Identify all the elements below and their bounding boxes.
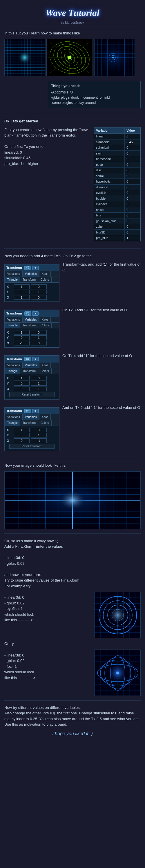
panel5-reset-btn[interactable]: Reset transform [9, 444, 55, 449]
panel3-tab-variables[interactable]: Variables [23, 317, 40, 322]
panel4-arrow-btn[interactable]: ▼ [32, 357, 39, 361]
variation-row: zblur0 [94, 224, 140, 230]
panel-row-1: Transform #2 ▼ Variations Variables Xaos… [4, 261, 141, 304]
divider-3 [4, 458, 141, 458]
panel3-o-left[interactable] [14, 341, 30, 345]
panel3-body: X Y O [5, 329, 59, 347]
panel4-desc: On Tx 4 add "1" for the second value of … [62, 353, 141, 359]
panel3-tab-colors[interactable]: Colors [38, 322, 52, 328]
panel5-header: Transform #5 ▼ [5, 408, 59, 414]
panel4-tab-xaos[interactable]: Xaos [40, 363, 51, 368]
panel5-x-right[interactable] [31, 428, 47, 432]
panel5-body: X Y O Reset transform [5, 426, 59, 451]
panel5-arrow-btn[interactable]: ▼ [32, 409, 39, 413]
requirements-title: Things you need: [51, 83, 138, 89]
panel4-tab-triangle[interactable]: Triangle [5, 368, 20, 374]
panel3-x-left[interactable] [14, 330, 30, 335]
requirements-box: Things you need: -Apophysis 7X -gblur pl… [48, 81, 141, 108]
panel4-o-left[interactable] [14, 386, 30, 391]
panel5-tab-colors[interactable]: Colors [38, 420, 52, 426]
panel5-y-row: Y [7, 433, 57, 438]
panel2-y-left[interactable] [14, 290, 30, 294]
panel2-tab-xaos[interactable]: Xaos [40, 271, 51, 277]
panel3-arrow-btn[interactable]: ▼ [32, 311, 39, 316]
panel4-tab-variations[interactable]: Variations [5, 363, 23, 368]
panel4-x-right[interactable] [31, 376, 47, 380]
wavy-intro: Ok, so let's make it wavy now :-) Add a … [4, 538, 141, 589]
panel2-tab-variations[interactable]: Variations [5, 271, 23, 277]
panel3-id-btn[interactable]: #3 [24, 311, 31, 316]
divider-5 [4, 700, 141, 701]
variation-row: linear0 [94, 134, 140, 140]
variation-row: polar0 [94, 162, 140, 167]
panel2-o-row: O [7, 295, 57, 300]
panel3-o-right[interactable] [31, 341, 47, 345]
panel2-o-left[interactable] [14, 295, 30, 300]
panel3-tab-variations[interactable]: Variations [5, 317, 23, 322]
try1-row: - linear3d: 0 - gblur: 0.02 - eyefish: 1… [4, 592, 141, 638]
panel2-o-right[interactable] [31, 295, 47, 300]
panel2-tab-colors[interactable]: Colors [38, 277, 52, 282]
panel4-x-left[interactable] [14, 376, 30, 380]
try1-image [94, 592, 141, 638]
panel5-tab-variations[interactable]: Variations [5, 414, 23, 420]
preview-image-spiral [46, 39, 93, 76]
panel2-subtabs: Triangle Transform Colors [5, 277, 59, 283]
panel2-body: X Y O [5, 283, 59, 302]
panel4-reset-btn[interactable]: Reset transform [9, 392, 55, 397]
divider-1 [4, 114, 141, 114]
panel3-tab-transform[interactable]: Transform [20, 322, 38, 328]
panel3-header: Transform #3 ▼ [5, 310, 59, 317]
variation-table: Variation Value linear0sinusoidal0.45sph… [94, 127, 140, 241]
panel4-o-right[interactable] [31, 386, 47, 391]
panel5-y-right[interactable] [31, 433, 47, 437]
panel2-x-right[interactable] [31, 284, 47, 289]
svg-point-129 [116, 672, 119, 675]
panel5-id-btn[interactable]: #5 [24, 409, 31, 413]
variation-row: spiral0 [94, 173, 140, 179]
spacer-left [4, 79, 45, 110]
panel5-y-left[interactable] [14, 433, 30, 437]
panel5-tab-xaos[interactable]: Xaos [40, 414, 51, 420]
panel5-tabs: Variations Variables Xaos [5, 414, 59, 420]
panel2-tab-variables[interactable]: Variables [23, 271, 40, 277]
variation-table-wrap: Variation Value linear0sinusoidal0.45sph… [94, 127, 141, 241]
panel4-tab-colors[interactable]: Colors [38, 368, 52, 374]
panel2-x-left[interactable] [14, 284, 30, 289]
panel5-o-row: O [7, 438, 57, 443]
panel5-x-left[interactable] [14, 428, 30, 432]
svg-point-61 [112, 57, 114, 58]
panel4-header: Transform #4 ▼ [5, 356, 59, 363]
panel4-tab-variables[interactable]: Variables [23, 363, 40, 368]
variation-row: noise0 [94, 207, 140, 213]
panel3-y-left[interactable] [14, 335, 30, 340]
panel3-tab-triangle[interactable]: Triangle [5, 322, 20, 328]
panel2-tab-transform[interactable]: Transform [20, 277, 38, 282]
panel3-x-right[interactable] [31, 330, 47, 335]
panel4-body: X Y O Reset transform [5, 374, 59, 399]
panel4-y-right[interactable] [31, 381, 47, 386]
panel4-tab-transform[interactable]: Transform [20, 368, 38, 374]
panel5-o-left[interactable] [14, 438, 30, 443]
panel2-arrow-btn[interactable]: ▼ [32, 266, 39, 270]
panel4-id-btn[interactable]: #4 [24, 357, 31, 361]
panel2-id-btn[interactable]: #2 [24, 266, 31, 270]
author-label: by MurderSnook [4, 20, 141, 25]
panel3-y-right[interactable] [31, 335, 47, 340]
panel2-tab-triangle[interactable]: Triangle [5, 277, 20, 282]
panel5-tab-transform[interactable]: Transform [20, 420, 38, 426]
panel4-subtabs: Triangle Transform Colors [5, 368, 59, 374]
variation-row: blur0 [94, 213, 140, 218]
panel4-y-row: Y [7, 381, 57, 386]
panel4-y-left[interactable] [14, 381, 30, 386]
step1-section: Variation Value linear0sinusoidal0.45sph… [4, 127, 141, 244]
panel2-y-right[interactable] [31, 290, 47, 294]
image-caption1: Now your image should look like this: [4, 463, 141, 468]
panel5-o-right[interactable] [31, 438, 47, 443]
panel5-subtabs: Triangle Transform Colors [5, 420, 59, 426]
preview-image-circles [94, 39, 135, 76]
panel3-tab-xaos[interactable]: Xaos [40, 317, 51, 322]
panel5-tab-triangle[interactable]: Triangle [5, 420, 20, 426]
panel5-tab-variables[interactable]: Variables [23, 414, 40, 420]
panel2-tabs: Variations Variables Xaos [5, 271, 59, 277]
